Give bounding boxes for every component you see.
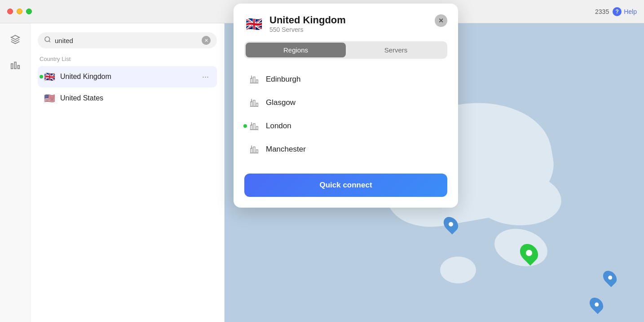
region-list: Edinburgh Glasgow [244,68,447,161]
help-label: Help [624,8,637,15]
tab-servers[interactable]: Servers [346,43,446,57]
chart-icon[interactable] [8,57,22,72]
region-manchester[interactable]: Manchester [244,138,447,161]
minimize-button[interactable] [17,9,22,14]
tab-regions[interactable]: Regions [246,43,346,57]
map-marker-2[interactable] [604,270,616,285]
city-icon-london [248,120,260,132]
svg-rect-35 [256,150,258,153]
map-marker-1[interactable] [445,216,457,232]
search-clear-button[interactable]: ✕ [202,36,211,45]
region-popup: 🇬🇧 United Kingdom 550 Servers ✕ Regions … [234,4,458,208]
search-input[interactable] [55,37,198,44]
search-box: ✕ [38,32,217,48]
svg-rect-6 [251,79,252,83]
us-country-name: United States [60,94,212,102]
popup-country-title: United Kingdom [269,14,346,26]
help-icon: ? [613,7,622,16]
maximize-button[interactable] [26,9,32,14]
uk-more-button[interactable]: ··· [199,71,212,83]
svg-rect-33 [251,149,252,153]
layers-icon[interactable] [8,32,22,47]
london-connected-dot [243,124,247,128]
svg-rect-3 [18,65,19,69]
country-item-us[interactable]: 🇺🇸 United States [38,87,217,109]
svg-rect-24 [251,126,252,130]
title-bar-right: 2335 ? Help [595,7,637,16]
svg-point-13 [251,76,252,77]
server-count-display: 2335 [595,8,609,15]
country-item-uk[interactable]: 🇬🇧 United Kingdom ··· [38,66,217,87]
svg-point-40 [251,146,252,147]
region-london[interactable]: London [244,114,447,138]
region-edinburgh[interactable]: Edinburgh [244,68,447,91]
popup-tabs: Regions Servers [244,41,447,59]
city-icon-manchester [248,143,260,156]
popup-header: 🇬🇧 United Kingdom 550 Servers ✕ [244,14,447,33]
uk-flag: 🇬🇧 [43,70,56,83]
svg-rect-1 [11,64,13,69]
region-glasgow[interactable]: Glasgow [244,91,447,114]
svg-point-4 [45,37,50,42]
svg-rect-26 [256,126,258,130]
svg-line-5 [49,41,50,42]
sidebar-content: ✕ Country List 🇬🇧 United Kingdom ··· 🇺🇸 … [31,23,225,322]
svg-rect-34 [253,147,255,153]
sidebar-nav [0,23,31,322]
svg-rect-2 [14,62,16,69]
close-button[interactable] [7,9,13,14]
city-icon-edinburgh [248,73,260,86]
map-marker-active[interactable] [521,243,537,263]
popup-title-block: United Kingdom 550 Servers [269,14,346,33]
svg-marker-0 [11,35,19,39]
quick-connect-button[interactable]: Quick connect [244,174,447,197]
city-icon-glasgow [248,96,260,109]
traffic-lights [7,9,32,14]
svg-rect-15 [251,102,252,107]
region-edinburgh-label: Edinburgh [266,75,301,84]
svg-rect-17 [256,103,258,106]
connected-indicator [40,75,43,78]
us-flag: 🇺🇸 [43,92,56,104]
region-london-label: London [266,122,291,131]
country-list: 🇬🇧 United Kingdom ··· 🇺🇸 United States [38,66,217,109]
map-marker-3[interactable] [591,297,602,312]
uk-country-name: United Kingdom [60,73,195,81]
popup-server-count: 550 Servers [269,26,346,33]
popup-close-button[interactable]: ✕ [435,14,447,27]
help-button[interactable]: ? Help [613,7,637,16]
svg-point-31 [251,122,252,123]
svg-rect-25 [253,124,255,130]
region-glasgow-label: Glasgow [266,98,296,107]
region-manchester-label: Manchester [266,145,306,154]
svg-rect-7 [253,77,255,83]
popup-flag: 🇬🇧 [244,14,263,33]
svg-rect-16 [253,100,255,107]
country-list-label: Country List [38,56,217,62]
svg-point-22 [251,99,252,100]
svg-rect-8 [256,80,258,83]
search-icon [44,36,51,45]
